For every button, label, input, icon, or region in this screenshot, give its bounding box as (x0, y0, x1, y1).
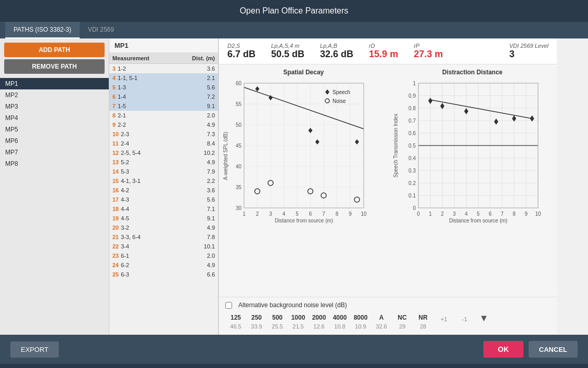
noise-legend-icon (325, 99, 329, 103)
svg-text:7: 7 (322, 211, 325, 217)
distraction-title: Distraction Distance (392, 69, 553, 76)
charts-area: Spatial Decay A-weighted SPL (dB) Distan… (219, 64, 557, 297)
table-row[interactable]: 31-23.6 (109, 64, 218, 74)
cancel-button[interactable]: CANCEL (529, 341, 578, 358)
svg-text:7: 7 (501, 211, 504, 217)
table-row[interactable]: 154-1, 3-12.2 (109, 176, 218, 186)
col-dist: Dist. (m) (174, 53, 218, 64)
title-bar: Open Plan Office Parameters (0, 0, 588, 22)
svg-text:0: 0 (417, 211, 420, 217)
svg-text:0.4: 0.4 (408, 155, 416, 161)
left-buttons: ADD PATH REMOVE PATH (0, 38, 109, 78)
noise-dropdown[interactable]: ▼ (479, 313, 489, 324)
add-path-button[interactable]: ADD PATH (4, 43, 105, 57)
rp-label: rP (414, 43, 419, 49)
table-row[interactable]: 203-24.9 (109, 223, 218, 232)
footer: EXPORT OK CANCEL (0, 335, 588, 364)
freq-col-125: 125 46.5 (225, 313, 246, 331)
svg-text:6: 6 (309, 211, 312, 217)
mp-list-item[interactable]: MP5 (0, 124, 109, 135)
mp-list-item[interactable]: MP4 (0, 112, 109, 124)
table-row[interactable]: 51-35.6 (109, 83, 218, 92)
bottom-panel: Alternative background noise level (dB) … (219, 297, 557, 335)
svg-text:3: 3 (453, 211, 456, 217)
mp-list-item[interactable]: MP7 (0, 147, 109, 158)
table-row[interactable]: 256-36.6 (109, 270, 218, 279)
svg-text:45: 45 (236, 143, 242, 149)
freq-col-A: A 32.6 (371, 313, 392, 331)
freq-col-NC: NC 29 (392, 313, 413, 331)
svg-text:0.8: 0.8 (408, 106, 416, 111)
distraction-chart: Distraction Distance Speech Transmission… (388, 64, 557, 297)
table-row[interactable]: 112-48.4 (109, 139, 218, 148)
table-row[interactable]: 41-1, 5-12.1 (109, 73, 218, 83)
table-row[interactable]: 174-35.6 (109, 195, 218, 204)
metric-d2s: D2,S 6.7 dB (227, 43, 255, 60)
svg-text:50: 50 (236, 122, 242, 128)
remove-path-button[interactable]: REMOVE PATH (4, 59, 105, 74)
ok-button[interactable]: OK (483, 341, 523, 358)
mp-list-item[interactable]: MP3 (0, 101, 109, 112)
speech-point (355, 139, 359, 144)
table-row[interactable]: 61-47.2 (109, 92, 218, 101)
metric-rp: rP 27.3 m (414, 43, 443, 60)
svg-text:Distance from source (m): Distance from source (m) (275, 218, 333, 224)
table-row[interactable]: 102-37.3 (109, 129, 218, 139)
table-row[interactable]: 246-24.9 (109, 260, 218, 270)
metrics-bar: D2,S 6.7 dB Lp,A,S,4 m 50.5 dB Lp,A,B 32… (219, 38, 557, 64)
svg-text:0.3: 0.3 (408, 168, 416, 174)
table-row[interactable]: 236-12.0 (109, 251, 218, 260)
measurement-table-container[interactable]: Measurement Dist. (m) 31-23.641-1, 5-12.… (109, 53, 218, 335)
tab-paths[interactable]: PATHS (ISO 3382-3) (5, 22, 80, 38)
table-row[interactable]: 213-3, 6-47.8 (109, 232, 218, 242)
metric-rd: rD 15.9 m (369, 43, 398, 60)
dropdown-chevron-icon[interactable]: ▼ (479, 313, 489, 324)
table-row[interactable]: 184-47.1 (109, 204, 218, 214)
freq-col-4000: 4000 10.8 (329, 313, 350, 331)
svg-text:1: 1 (242, 211, 246, 217)
export-button[interactable]: EXPORT (10, 341, 59, 358)
distraction-svg: Speech Transmission Index Distance from … (392, 78, 543, 224)
svg-text:0.7: 0.7 (408, 118, 416, 124)
freq-col-plus1: +1 (433, 313, 454, 323)
mp-list-item[interactable]: MP8 (0, 158, 109, 169)
svg-text:3: 3 (269, 211, 272, 217)
d2s-value: 6.7 dB (227, 49, 255, 60)
mp-list-item[interactable]: MP6 (0, 135, 109, 147)
table-row[interactable]: 122-5, 5-410.2 (109, 148, 218, 157)
table-row[interactable]: 145-37.9 (109, 167, 218, 176)
col-measurement: Measurement (109, 53, 174, 64)
table-row[interactable]: 194-59.1 (109, 214, 218, 223)
footer-right: OK CANCEL (483, 341, 578, 358)
svg-text:8: 8 (336, 211, 339, 217)
svg-text:9: 9 (525, 211, 528, 217)
freq-table: 125 46.5 250 33.9 500 25.5 1000 21.5 200… (225, 313, 551, 331)
charts-panel: D2,S 6.7 dB Lp,A,S,4 m 50.5 dB Lp,A,B 32… (219, 38, 557, 335)
page-title: Open Plan Office Parameters (240, 6, 349, 15)
table-row[interactable]: 82-12.0 (109, 111, 218, 120)
table-row[interactable]: 164-23.6 (109, 186, 218, 195)
svg-text:1: 1 (413, 81, 416, 86)
rp-value: 27.3 m (414, 49, 443, 60)
svg-text:5: 5 (477, 211, 480, 217)
table-row[interactable]: 92-24.9 (109, 120, 218, 129)
lp-label: Lp,A,S,4 m (271, 43, 299, 49)
vdi-value: 3 (509, 49, 515, 60)
mp-list-item[interactable]: MP1 (0, 78, 109, 89)
table-row[interactable]: 71-59.1 (109, 101, 218, 111)
svg-text:55: 55 (236, 101, 242, 107)
alt-noise-checkbox[interactable] (225, 302, 232, 309)
svg-text:4: 4 (283, 211, 286, 217)
svg-text:2: 2 (256, 211, 259, 217)
sti-point (464, 108, 468, 114)
tab-vdi[interactable]: VDI 2569 (80, 22, 122, 38)
svg-text:5: 5 (296, 211, 299, 217)
table-row[interactable]: 223-410.1 (109, 242, 218, 251)
left-panel: ADD PATH REMOVE PATH MP1 MP2 MP3 MP4 MP5… (0, 38, 109, 335)
mp-list-item[interactable]: MP2 (0, 89, 109, 101)
svg-text:1: 1 (429, 211, 432, 217)
table-row[interactable]: 135-24.9 (109, 157, 218, 167)
freq-col-8000: 8000 10.9 (350, 313, 371, 331)
svg-text:4: 4 (465, 211, 468, 217)
measurement-panel: MP1 Measurement Dist. (m) 31-23.641-1, 5… (109, 38, 219, 335)
